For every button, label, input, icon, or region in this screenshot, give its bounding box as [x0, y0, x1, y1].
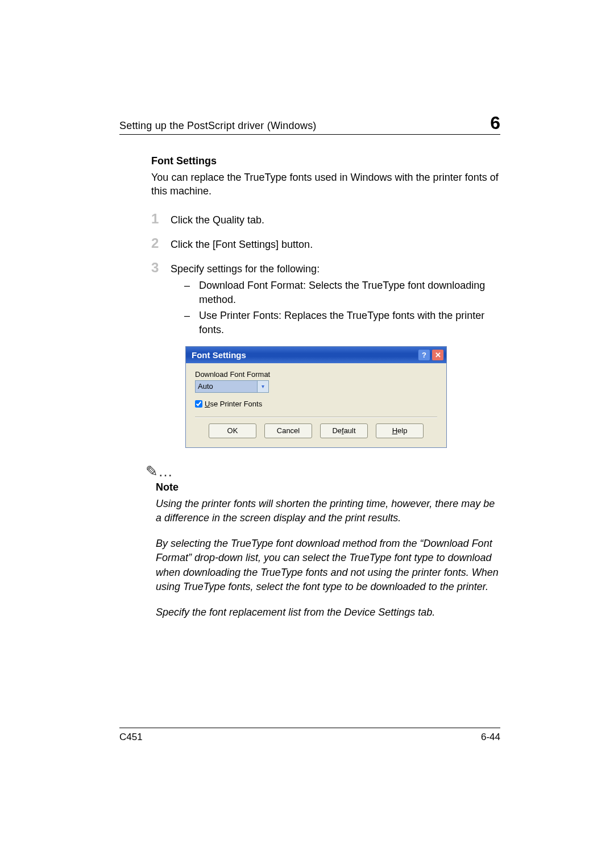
page-header: Setting up the PostScript driver (Window… — [119, 114, 500, 135]
dialog-titlebar: Font Settings ? ✕ — [186, 347, 446, 363]
default-button[interactable]: Default — [320, 423, 368, 438]
use-printer-fonts-label: UUse Printer Fontsse Printer Fonts — [205, 400, 262, 408]
download-font-format-select[interactable]: ▾ — [195, 380, 437, 393]
step-number: 2 — [151, 235, 171, 251]
note-heading: Note — [156, 481, 500, 493]
page-footer: C451 6-44 — [119, 728, 500, 743]
footer-model: C451 — [119, 732, 143, 743]
use-printer-fonts-input[interactable] — [195, 400, 202, 408]
step-number: 1 — [151, 211, 171, 227]
substep-b: – Use Printer Fonts: Replaces the TrueTy… — [184, 309, 500, 337]
section-title: Font Settings — [151, 155, 500, 167]
chapter-number: 6 — [490, 114, 500, 132]
step-3: 3 Specify settings for the following: – … — [151, 260, 500, 338]
font-settings-dialog: Font Settings ? ✕ Download Font Format ▾ — [185, 346, 447, 448]
breadcrumb: Setting up the PostScript driver (Window… — [119, 120, 317, 132]
substep-text: Use Printer Fonts: Replaces the TrueType… — [199, 309, 500, 337]
dash-icon: – — [184, 279, 199, 307]
cancel-button[interactable]: Cancel — [264, 423, 312, 438]
step-2: 2 Click the [Font Settings] button. — [151, 235, 500, 252]
ok-button[interactable]: OK — [209, 423, 256, 438]
substep-text: Download Font Format: Selects the TrueTy… — [199, 279, 500, 307]
section-intro: You can replace the TrueType fonts used … — [151, 171, 500, 198]
substep-a: – Download Font Format: Selects the True… — [184, 279, 500, 307]
download-font-format-label: Download Font Format — [195, 370, 437, 379]
help-button[interactable]: Help — [376, 423, 424, 438]
step-text: Click the Quality tab. — [171, 213, 500, 227]
step-1: 1 Click the Quality tab. — [151, 211, 500, 227]
note-paragraph-1: Using the printer fonts will shorten the… — [156, 497, 500, 525]
step-number: 3 — [151, 260, 171, 276]
chevron-down-icon[interactable]: ▾ — [258, 380, 269, 393]
step-text: Click the [Font Settings] button. — [171, 238, 500, 252]
download-font-format-value[interactable] — [195, 380, 258, 393]
dialog-title: Font Settings — [192, 350, 246, 360]
dash-icon: – — [184, 309, 199, 337]
note-icon: ✎… — [146, 463, 500, 480]
step-text: Specify settings for the following: — [171, 262, 500, 276]
note-paragraph-3: Specify the font replacement list from t… — [156, 605, 500, 620]
close-icon[interactable]: ✕ — [432, 349, 444, 361]
help-icon[interactable]: ? — [418, 349, 430, 361]
footer-page: 6-44 — [481, 732, 500, 743]
use-printer-fonts-checkbox[interactable]: UUse Printer Fontsse Printer Fonts — [195, 400, 437, 408]
note-paragraph-2: By selecting the TrueType font download … — [156, 537, 500, 594]
